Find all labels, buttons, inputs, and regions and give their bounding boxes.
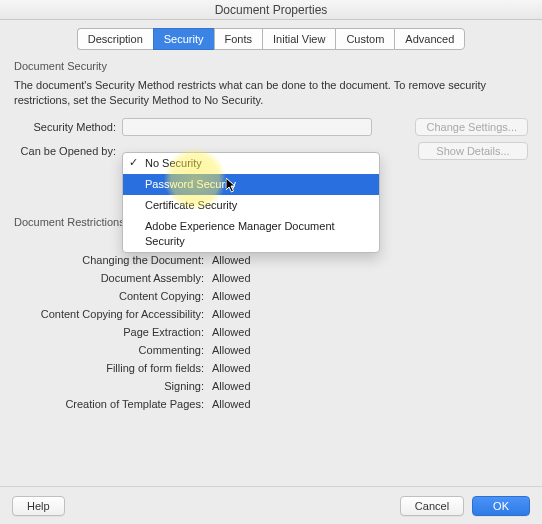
security-method-dropdown-menu[interactable]: No Security Password Security Certificat… bbox=[122, 152, 380, 253]
cancel-button[interactable]: Cancel bbox=[400, 496, 464, 516]
doc-security-heading: Document Security bbox=[14, 60, 528, 72]
content-area: Document Security The document's Securit… bbox=[0, 60, 542, 410]
r-value-signing: Allowed bbox=[212, 380, 528, 392]
opened-by-label: Can be Opened by: bbox=[14, 145, 122, 157]
help-button[interactable]: Help bbox=[12, 496, 65, 516]
tab-fonts[interactable]: Fonts bbox=[214, 28, 263, 50]
r-label-extraction: Page Extraction: bbox=[14, 326, 204, 338]
change-settings-button[interactable]: Change Settings... bbox=[415, 118, 528, 136]
r-label-commenting: Commenting: bbox=[14, 344, 204, 356]
r-value-formfields: Allowed bbox=[212, 362, 528, 374]
r-value-commenting: Allowed bbox=[212, 344, 528, 356]
r-label-assembly: Document Assembly: bbox=[14, 272, 204, 284]
row-security-method: Security Method: Change Settings... bbox=[14, 118, 528, 136]
tab-initial-view[interactable]: Initial View bbox=[262, 28, 335, 50]
r-value-changing: Allowed bbox=[212, 254, 528, 266]
r-value-copying: Allowed bbox=[212, 290, 528, 302]
dropdown-item-certificate-security[interactable]: Certificate Security bbox=[123, 195, 379, 216]
doc-security-intro: The document's Security Method restricts… bbox=[14, 78, 528, 108]
restrictions-table: Printing: Allowed Changing the Document:… bbox=[14, 236, 528, 410]
ok-button[interactable]: OK bbox=[472, 496, 530, 516]
dropdown-item-password-security[interactable]: Password Security bbox=[123, 174, 379, 195]
r-value-templates: Allowed bbox=[212, 398, 528, 410]
security-method-label: Security Method: bbox=[14, 121, 122, 133]
dropdown-item-aem-doc-security[interactable]: Adobe Experience Manager Document Securi… bbox=[123, 216, 379, 252]
r-label-signing: Signing: bbox=[14, 380, 204, 392]
r-label-templates: Creation of Template Pages: bbox=[14, 398, 204, 410]
bottom-bar: Help Cancel OK bbox=[0, 486, 542, 524]
r-label-changing: Changing the Document: bbox=[14, 254, 204, 266]
r-label-copy-access: Content Copying for Accessibility: bbox=[14, 308, 204, 320]
r-value-extraction: Allowed bbox=[212, 326, 528, 338]
tab-security[interactable]: Security bbox=[153, 28, 214, 50]
dropdown-item-no-security[interactable]: No Security bbox=[123, 153, 379, 174]
window-title: Document Properties bbox=[0, 0, 542, 20]
tab-description[interactable]: Description bbox=[77, 28, 153, 50]
tab-custom[interactable]: Custom bbox=[335, 28, 394, 50]
r-label-formfields: Filling of form fields: bbox=[14, 362, 204, 374]
security-method-dropdown[interactable] bbox=[122, 118, 372, 136]
tab-advanced[interactable]: Advanced bbox=[394, 28, 465, 50]
show-details-button[interactable]: Show Details... bbox=[418, 142, 528, 160]
tab-strip: Description Security Fonts Initial View … bbox=[0, 28, 542, 50]
r-value-copy-access: Allowed bbox=[212, 308, 528, 320]
r-value-assembly: Allowed bbox=[212, 272, 528, 284]
r-label-copying: Content Copying: bbox=[14, 290, 204, 302]
